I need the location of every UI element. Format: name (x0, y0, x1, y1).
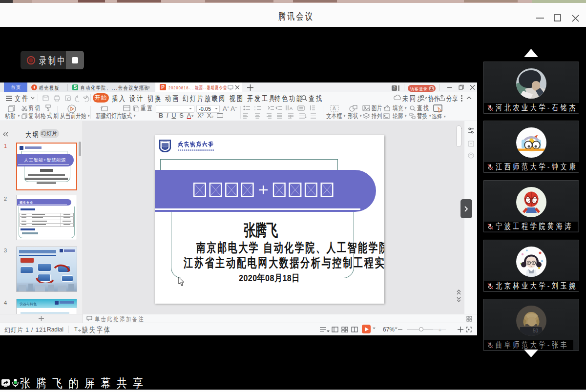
svg-text:50: 50 (533, 328, 539, 333)
svg-text:A: A (290, 106, 293, 111)
svg-text:↕: ↕ (290, 114, 292, 119)
svg-text:T: T (74, 326, 78, 332)
svg-text:A: A (333, 106, 336, 111)
